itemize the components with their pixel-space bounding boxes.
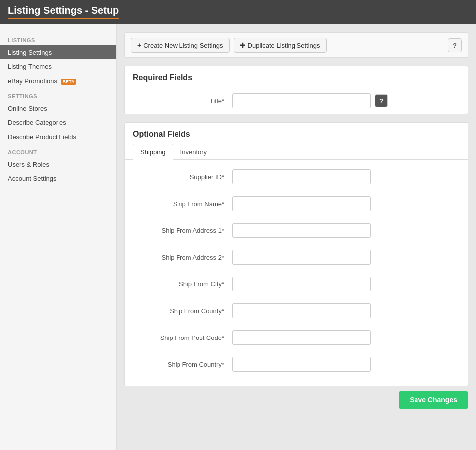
duplicate-label: Duplicate Listing Settings bbox=[248, 42, 320, 49]
supplier-id-wrap bbox=[232, 169, 460, 184]
sidebar-item-listing-settings[interactable]: Listing Settings bbox=[0, 45, 116, 59]
sidebar-section-account: Account bbox=[0, 144, 116, 157]
title-help-button[interactable]: ? bbox=[375, 94, 388, 107]
ship-from-county-label: Ship From County* bbox=[133, 307, 232, 315]
optional-fields-box: Optional Fields Shipping Inventory Suppl… bbox=[124, 122, 468, 386]
tab-inventory[interactable]: Inventory bbox=[173, 144, 214, 160]
page-header: Listing Settings - Setup bbox=[0, 0, 476, 24]
ship-from-address2-input[interactable] bbox=[232, 250, 371, 265]
sidebar-item-ebay-promotions[interactable]: eBay Promotions BETA bbox=[0, 74, 116, 88]
ship-from-post-code-wrap bbox=[232, 330, 460, 345]
ship-from-address1-input[interactable] bbox=[232, 223, 371, 238]
ship-from-post-code-input[interactable] bbox=[232, 330, 371, 345]
ship-from-name-row: Ship From Name* bbox=[125, 190, 468, 217]
title-input-wrap: ? bbox=[232, 93, 460, 108]
toolbar-help-button[interactable]: ? bbox=[448, 38, 462, 52]
title-field-row: Title* ? bbox=[125, 87, 468, 114]
sidebar-item-describe-categories[interactable]: Describe Categories bbox=[0, 115, 116, 130]
ship-from-address1-wrap bbox=[232, 223, 460, 238]
ship-from-city-label: Ship From City* bbox=[133, 281, 232, 288]
ship-from-county-wrap bbox=[232, 303, 460, 318]
ship-from-address1-label: Ship From Address 1* bbox=[133, 227, 232, 234]
sidebar: Listings Listing Settings Listing Themes… bbox=[0, 24, 117, 450]
ship-from-country-wrap bbox=[232, 357, 460, 372]
create-new-label: Create New Listing Settings bbox=[143, 42, 223, 49]
sidebar-section-listings: Listings bbox=[0, 32, 116, 45]
required-fields-heading: Required Fields bbox=[125, 66, 468, 87]
beta-badge: BETA bbox=[61, 79, 77, 85]
sidebar-item-listing-themes[interactable]: Listing Themes bbox=[0, 59, 116, 74]
ship-from-address1-row: Ship From Address 1* bbox=[125, 217, 468, 244]
optional-fields-heading: Optional Fields bbox=[125, 123, 468, 144]
content-area: + Create New Listing Settings ✚ Duplicat… bbox=[117, 24, 476, 450]
sidebar-item-users-roles[interactable]: Users & Roles bbox=[0, 157, 116, 171]
toolbar: + Create New Listing Settings ✚ Duplicat… bbox=[124, 32, 468, 58]
ship-from-name-label: Ship From Name* bbox=[133, 200, 232, 208]
supplier-id-input[interactable] bbox=[232, 169, 371, 184]
ship-from-address2-label: Ship From Address 2* bbox=[133, 254, 232, 261]
ship-from-country-row: Ship From Country* bbox=[125, 351, 468, 378]
shipping-tab-content: Supplier ID* Ship From Name* Ship From A… bbox=[125, 160, 468, 386]
main-layout: Listings Listing Settings Listing Themes… bbox=[0, 24, 476, 450]
ship-from-city-wrap bbox=[232, 277, 460, 291]
page-title: Listing Settings - Setup bbox=[8, 5, 119, 16]
help-icon: ? bbox=[453, 42, 457, 49]
duplicate-icon: ✚ bbox=[240, 41, 246, 49]
ship-from-name-wrap bbox=[232, 196, 460, 211]
required-fields-box: Required Fields Title* ? bbox=[124, 66, 468, 114]
ship-from-city-input[interactable] bbox=[232, 277, 371, 291]
ship-from-post-code-label: Ship From Post Code* bbox=[133, 334, 232, 341]
sidebar-item-describe-product-fields[interactable]: Describe Product Fields bbox=[0, 130, 116, 144]
duplicate-button[interactable]: ✚ Duplicate Listing Settings bbox=[234, 38, 327, 53]
tab-shipping[interactable]: Shipping bbox=[133, 144, 173, 160]
ship-from-address2-wrap bbox=[232, 250, 460, 265]
footer-bar: Save Changes bbox=[124, 386, 468, 412]
ship-from-name-input[interactable] bbox=[232, 196, 371, 211]
supplier-id-row: Supplier ID* bbox=[125, 164, 468, 190]
supplier-id-label: Supplier ID* bbox=[133, 173, 232, 181]
sidebar-section-settings: Settings bbox=[0, 88, 116, 101]
title-underline bbox=[8, 18, 119, 19]
create-new-button[interactable]: + Create New Listing Settings bbox=[131, 38, 230, 53]
ship-from-county-row: Ship From County* bbox=[125, 297, 468, 324]
tabs-bar: Shipping Inventory bbox=[125, 144, 468, 160]
ship-from-county-input[interactable] bbox=[232, 303, 371, 318]
ship-from-country-label: Ship From Country* bbox=[133, 361, 232, 368]
plus-icon: + bbox=[137, 41, 141, 49]
ship-from-address2-row: Ship From Address 2* bbox=[125, 244, 468, 271]
title-input[interactable] bbox=[232, 93, 371, 108]
save-changes-button[interactable]: Save Changes bbox=[399, 391, 468, 409]
title-label: Title* bbox=[133, 97, 232, 105]
ship-from-country-input[interactable] bbox=[232, 357, 371, 372]
ship-from-city-row: Ship From City* bbox=[125, 271, 468, 297]
sidebar-item-online-stores[interactable]: Online Stores bbox=[0, 101, 116, 115]
ship-from-post-code-row: Ship From Post Code* bbox=[125, 324, 468, 351]
sidebar-item-account-settings[interactable]: Account Settings bbox=[0, 171, 116, 186]
